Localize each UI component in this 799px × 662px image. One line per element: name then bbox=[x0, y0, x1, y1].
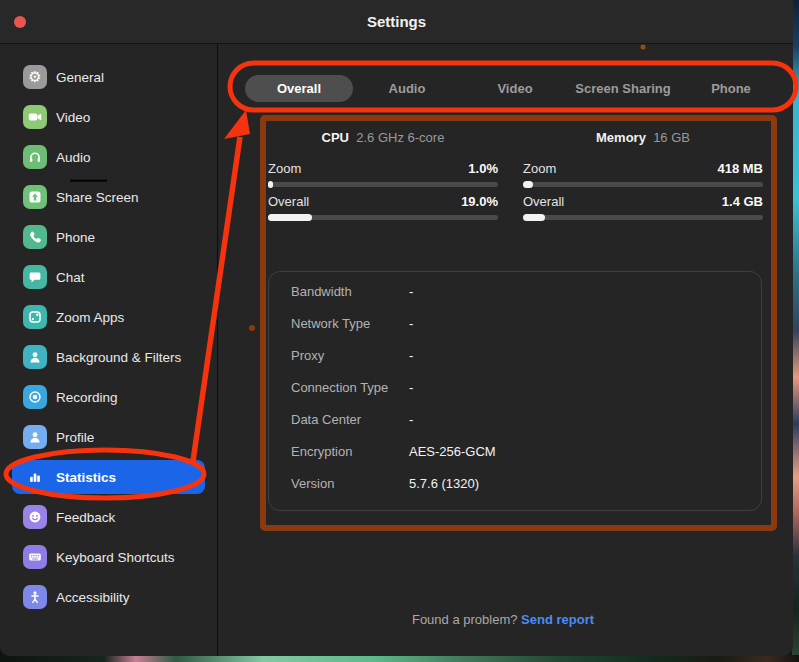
sidebar-item-recording[interactable]: Recording bbox=[12, 377, 205, 417]
accessibility-icon bbox=[23, 585, 47, 609]
stat-value: 418 MB bbox=[717, 161, 763, 176]
sidebar-item-keyboard-shortcuts[interactable]: Keyboard Shortcuts bbox=[12, 537, 205, 577]
stat-label: Overall bbox=[523, 194, 564, 209]
cpu-title: CPU bbox=[322, 130, 349, 145]
memory-title: Memory bbox=[596, 130, 646, 145]
detail-value: AES-256-GCM bbox=[409, 444, 496, 459]
memory-subtitle: 16 GB bbox=[650, 130, 690, 145]
sidebar-item-label: Phone bbox=[56, 230, 95, 245]
progress-bar-fill bbox=[268, 181, 273, 188]
stat-value: 1.0% bbox=[468, 161, 498, 176]
memory-stat-row-overall: Overall1.4 GB bbox=[523, 194, 763, 220]
footer: Found a problem? Send report bbox=[219, 612, 787, 627]
detail-row-encryption: EncryptionAES-256-GCM bbox=[269, 435, 761, 467]
detail-label: Encryption bbox=[291, 444, 409, 459]
detail-label: Proxy bbox=[291, 348, 409, 363]
detail-label: Bandwidth bbox=[291, 284, 409, 299]
detail-value: - bbox=[409, 412, 413, 427]
statistics-panel: OverallAudioVideoScreen SharingPhone CPU… bbox=[219, 44, 787, 650]
sidebar-item-profile[interactable]: Profile bbox=[12, 417, 205, 457]
tab-phone[interactable]: Phone bbox=[677, 75, 785, 102]
person-icon bbox=[23, 345, 47, 369]
progress-bar-fill bbox=[523, 214, 545, 221]
detail-label: Version bbox=[291, 476, 409, 491]
tab-bar: OverallAudioVideoScreen SharingPhone bbox=[245, 75, 785, 103]
stat-label: Zoom bbox=[523, 161, 556, 176]
sidebar-item-background-filters[interactable]: Background & Filters bbox=[12, 337, 205, 377]
bar-chart-icon bbox=[23, 465, 47, 489]
phone-icon bbox=[23, 225, 47, 249]
gear-icon: ⚙ bbox=[23, 65, 47, 89]
detail-value: - bbox=[409, 348, 413, 363]
sidebar-item-label: Recording bbox=[56, 390, 118, 405]
detail-row-connection-type: Connection Type- bbox=[269, 371, 761, 403]
detail-value: - bbox=[409, 316, 413, 331]
progress-bar-track bbox=[268, 215, 498, 220]
detail-value: 5.7.6 (1320) bbox=[409, 476, 479, 491]
sidebar-item-video[interactable]: Video bbox=[12, 97, 205, 137]
sidebar-item-label: Zoom Apps bbox=[56, 310, 124, 325]
video-camera-icon bbox=[23, 105, 47, 129]
tab-overall[interactable]: Overall bbox=[245, 75, 353, 102]
desktop-wallpaper-right-edge bbox=[792, 0, 799, 662]
sidebar-item-share-screen[interactable]: Share Screen bbox=[12, 177, 205, 217]
sidebar-item-feedback[interactable]: Feedback bbox=[12, 497, 205, 537]
sidebar-item-statistics[interactable]: Statistics bbox=[12, 460, 205, 494]
desktop-wallpaper-bottom-edge bbox=[0, 655, 799, 662]
sidebar: ⚙GeneralVideoAudioShare ScreenPhoneChatZ… bbox=[0, 44, 218, 656]
record-icon bbox=[23, 385, 47, 409]
cpu-subtitle: 2.6 GHz 6-core bbox=[353, 130, 445, 145]
sidebar-item-label: Keyboard Shortcuts bbox=[56, 550, 175, 565]
memory-stats-column: Zoom418 MBOverall1.4 GB bbox=[523, 161, 763, 225]
detail-value: - bbox=[409, 380, 413, 395]
cpu-header: CPU 2.6 GHz 6-core bbox=[268, 130, 498, 146]
detail-row-version: Version5.7.6 (1320) bbox=[269, 467, 761, 499]
sidebar-item-chat[interactable]: Chat bbox=[12, 257, 205, 297]
tab-video[interactable]: Video bbox=[461, 75, 569, 102]
chat-bubble-icon bbox=[23, 265, 47, 289]
stat-label: Overall bbox=[268, 194, 309, 209]
sidebar-item-phone[interactable]: Phone bbox=[12, 217, 205, 257]
connection-details-card: Bandwidth-Network Type-Proxy-Connection … bbox=[268, 271, 762, 511]
detail-label: Data Center bbox=[291, 412, 409, 427]
sidebar-item-label: Video bbox=[56, 110, 90, 125]
detail-row-data-center: Data Center- bbox=[269, 403, 761, 435]
sidebar-item-label: Feedback bbox=[56, 510, 115, 525]
progress-bar-fill bbox=[523, 181, 533, 188]
stat-value: 19.0% bbox=[461, 194, 498, 209]
share-screen-icon bbox=[23, 185, 47, 209]
sidebar-item-general[interactable]: ⚙General bbox=[12, 57, 205, 97]
sidebar-item-accessibility[interactable]: Accessibility bbox=[12, 577, 205, 617]
tab-audio[interactable]: Audio bbox=[353, 75, 461, 102]
sidebar-item-label: General bbox=[56, 70, 104, 85]
tab-screen-sharing[interactable]: Screen Sharing bbox=[569, 75, 677, 102]
sidebar-item-label: Profile bbox=[56, 430, 94, 445]
sidebar-item-label: Audio bbox=[56, 150, 91, 165]
detail-row-network-type: Network Type- bbox=[269, 307, 761, 339]
stat-value: 1.4 GB bbox=[722, 194, 763, 209]
profile-icon bbox=[23, 425, 47, 449]
sidebar-item-label: Statistics bbox=[56, 470, 116, 485]
apps-icon bbox=[23, 305, 47, 329]
sidebar-item-label: Background & Filters bbox=[56, 350, 181, 365]
headphones-icon bbox=[23, 145, 47, 169]
sidebar-item-zoom-apps[interactable]: Zoom Apps bbox=[12, 297, 205, 337]
window-titlebar: Settings bbox=[0, 0, 793, 44]
detail-row-proxy: Proxy- bbox=[269, 339, 761, 371]
sidebar-item-audio[interactable]: Audio bbox=[12, 137, 205, 177]
sidebar-item-label: Accessibility bbox=[56, 590, 130, 605]
settings-window: Settings ⚙GeneralVideoAudioShare ScreenP… bbox=[0, 0, 793, 656]
detail-row-bandwidth: Bandwidth- bbox=[269, 275, 761, 307]
window-title: Settings bbox=[0, 0, 793, 43]
memory-header: Memory 16 GB bbox=[523, 130, 763, 146]
progress-bar-track bbox=[523, 182, 763, 187]
sidebar-item-label: Share Screen bbox=[56, 190, 139, 205]
detail-value: - bbox=[409, 284, 413, 299]
sidebar-item-label: Chat bbox=[56, 270, 85, 285]
send-report-link[interactable]: Send report bbox=[521, 612, 594, 627]
keyboard-icon bbox=[23, 545, 47, 569]
detail-label: Network Type bbox=[291, 316, 409, 331]
progress-bar-track bbox=[268, 182, 498, 187]
stat-label: Zoom bbox=[268, 161, 301, 176]
memory-stat-row-zoom: Zoom418 MB bbox=[523, 161, 763, 187]
